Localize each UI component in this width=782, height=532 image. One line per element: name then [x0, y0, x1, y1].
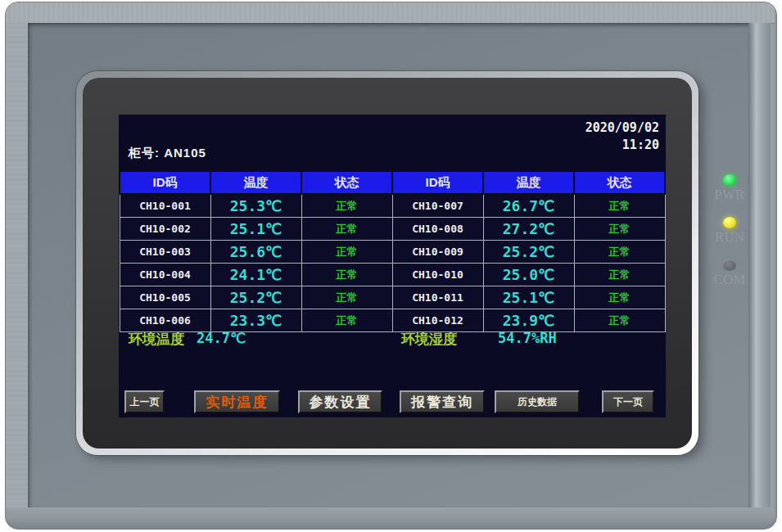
housing-bottom-band [6, 507, 775, 527]
table-row: CH10-00525.2℃正常CH10-01125.1℃正常 [120, 286, 665, 309]
run-led-label: RUN [706, 230, 753, 244]
channel-status: 正常 [574, 286, 665, 309]
next-page-button[interactable]: 下一页 [602, 390, 654, 413]
channel-id: CH10-010 [392, 264, 483, 286]
ambient-humidity-label: 环境湿度 [401, 330, 457, 349]
hmi-panel: 2020/09/02 11:20 柜号: AN105 ID码温度状态ID码温度状… [0, 0, 782, 532]
environment-row: 环境温度 24.7℃ 环境湿度 54.7%RH [119, 330, 666, 349]
channel-status: 正常 [301, 309, 392, 332]
channel-status: 正常 [574, 264, 665, 286]
channel-temp: 23.9℃ [483, 309, 574, 332]
cabinet-number-label: 柜号: AN105 [129, 146, 206, 161]
channel-temp: 24.1℃ [210, 264, 301, 286]
channel-temp: 25.3℃ [210, 194, 301, 218]
table-row: CH10-00225.1℃正常CH10-00827.2℃正常 [120, 218, 665, 241]
channel-id: CH10-001 [120, 194, 210, 218]
channel-id: CH10-002 [120, 218, 210, 241]
housing-left-band [6, 23, 28, 507]
channel-temp: 23.3℃ [210, 309, 301, 332]
ambient-humidity-value: 54.7%RH [498, 330, 557, 346]
channel-table: ID码温度状态ID码温度状态 CH10-00125.3℃正常CH10-00726… [119, 170, 666, 332]
channel-id: CH10-006 [120, 309, 210, 332]
date-text: 2020/09/02 [585, 119, 659, 137]
channel-id: CH10-011 [392, 286, 483, 309]
pwr-led-label: PWR [706, 187, 753, 201]
table-row: CH10-00325.6℃正常CH10-00925.2℃正常 [120, 241, 665, 264]
column-header: ID码 [392, 171, 483, 194]
channel-id: CH10-009 [392, 241, 483, 264]
pwr-led-block: PWR [706, 174, 753, 201]
table-header-row: ID码温度状态ID码温度状态 [120, 171, 665, 194]
channel-status: 正常 [574, 194, 665, 218]
channel-status: 正常 [301, 241, 392, 264]
lcd-display: 2020/09/02 11:20 柜号: AN105 ID码温度状态ID码温度状… [119, 115, 666, 417]
prev-page-button[interactable]: 上一页 [124, 390, 165, 413]
table-row: CH10-00623.3℃正常CH10-01223.9℃正常 [120, 309, 665, 332]
channel-temp: 25.1℃ [210, 218, 301, 241]
channel-temp: 25.2℃ [210, 286, 301, 309]
channel-id: CH10-007 [392, 194, 483, 218]
column-header: 温度 [483, 171, 574, 194]
param-settings-button[interactable]: 参数设置 [298, 390, 382, 413]
channel-temp: 25.2℃ [483, 241, 574, 264]
channel-id: CH10-008 [392, 218, 483, 241]
channel-status: 正常 [574, 218, 665, 241]
history-data-button[interactable]: 历史数据 [495, 390, 580, 413]
housing-top-band [6, 2, 775, 24]
channel-status: 正常 [574, 309, 665, 332]
channel-id: CH10-003 [120, 241, 210, 264]
pwr-led-icon [723, 174, 736, 186]
alarm-query-button[interactable]: 报警查询 [400, 390, 485, 413]
realtime-temp-button[interactable]: 实时温度 [194, 390, 280, 413]
channel-temp: 25.6℃ [210, 241, 301, 264]
channel-temp: 25.0℃ [483, 264, 574, 286]
column-header: 温度 [210, 171, 301, 194]
channel-status: 正常 [574, 241, 665, 264]
com-led-label: COM [706, 273, 753, 286]
run-led-icon [723, 217, 736, 228]
channel-temp: 27.2℃ [483, 218, 574, 241]
channel-status: 正常 [301, 264, 392, 286]
column-header: ID码 [120, 171, 210, 194]
table-row: CH10-00424.1℃正常CH10-01025.0℃正常 [120, 264, 665, 286]
channel-temp: 25.1℃ [483, 286, 574, 309]
column-header: 状态 [574, 171, 665, 194]
channel-id: CH10-004 [120, 264, 210, 286]
channel-id: CH10-005 [120, 286, 210, 309]
datetime-display: 2020/09/02 11:20 [585, 119, 659, 154]
channel-status: 正常 [301, 194, 392, 218]
channel-temp: 26.7℃ [483, 194, 574, 218]
channel-id: CH10-012 [392, 309, 483, 332]
channel-table-body: CH10-00125.3℃正常CH10-00726.7℃正常CH10-00225… [120, 194, 665, 332]
ambient-temp-value: 24.7℃ [197, 330, 246, 346]
channel-status: 正常 [301, 218, 392, 241]
com-led-icon [723, 259, 736, 271]
table-row: CH10-00125.3℃正常CH10-00726.7℃正常 [120, 194, 665, 218]
time-text: 11:20 [585, 137, 659, 154]
run-led-block: RUN [706, 217, 753, 244]
column-header: 状态 [301, 171, 392, 194]
ambient-temp-label: 环境温度 [129, 330, 184, 349]
com-led-block: COM [706, 259, 753, 286]
channel-status: 正常 [301, 286, 392, 309]
